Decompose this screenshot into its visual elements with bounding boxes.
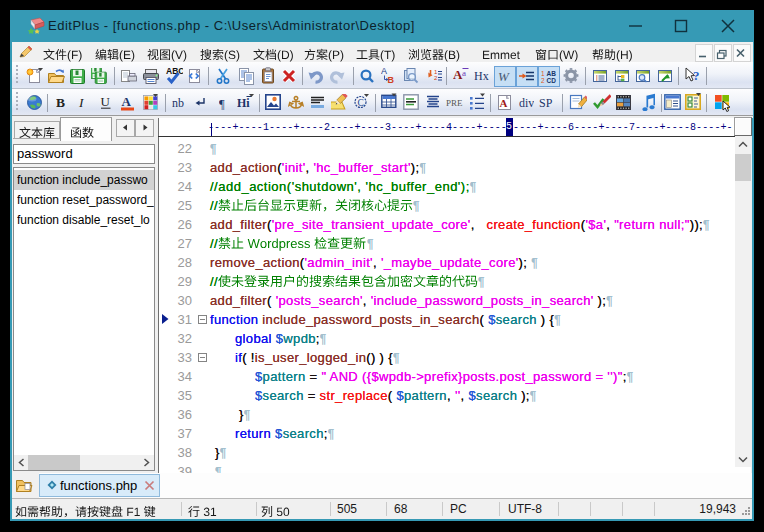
svg-text:I: I bbox=[78, 95, 85, 110]
svg-text:CD: CD bbox=[547, 77, 557, 84]
svg-text:2: 2 bbox=[541, 77, 545, 84]
svg-text:B: B bbox=[388, 75, 395, 85]
svg-text:SP: SP bbox=[539, 96, 553, 110]
svg-text:W: W bbox=[498, 69, 510, 84]
svg-text:?: ? bbox=[693, 68, 700, 83]
svg-text:U: U bbox=[101, 94, 111, 109]
svg-text:ABC: ABC bbox=[166, 66, 183, 76]
svg-text:C: C bbox=[358, 98, 364, 108]
svg-text:A: A bbox=[122, 94, 132, 109]
svg-text:¶: ¶ bbox=[219, 97, 225, 111]
svg-text:nb: nb bbox=[172, 96, 184, 110]
svg-text:Hi: Hi bbox=[237, 96, 250, 110]
svg-text:div: div bbox=[519, 96, 534, 110]
svg-text:PRE: PRE bbox=[446, 98, 463, 108]
svg-text:Hx: Hx bbox=[474, 69, 489, 83]
svg-text:B: B bbox=[56, 95, 65, 110]
svg-text:A: A bbox=[500, 97, 508, 109]
svg-text:1: 1 bbox=[541, 70, 545, 77]
svg-text:A: A bbox=[381, 66, 387, 76]
svg-text:2: 2 bbox=[434, 75, 438, 81]
svg-text:AB: AB bbox=[547, 70, 557, 77]
svg-text:a: a bbox=[462, 68, 466, 78]
